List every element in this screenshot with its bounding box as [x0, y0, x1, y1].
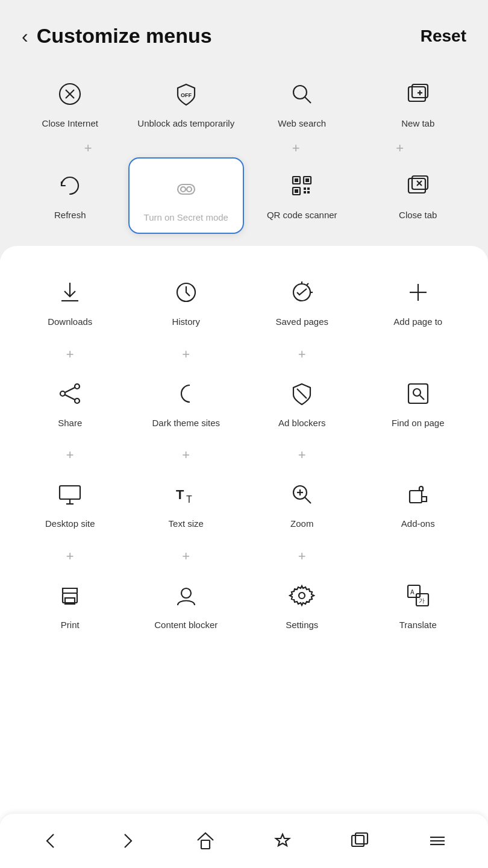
new-tab-icon: [401, 77, 436, 112]
add-ons-label: Add-ons: [401, 518, 435, 530]
svg-rect-22: [307, 191, 310, 193]
svg-rect-63: [201, 840, 210, 849]
bottom-row-2: Share Dark theme sites Ad blockers: [12, 365, 476, 440]
plus-3: +: [244, 140, 348, 156]
add-page-label: Add page to: [393, 316, 442, 328]
menu-item-secret-mode[interactable]: Turn on Secret mode: [128, 157, 245, 234]
svg-point-43: [413, 389, 421, 396]
menu-item-share[interactable]: Share: [12, 365, 128, 440]
plus-row-1: + + +: [12, 140, 476, 156]
menu-item-dark-theme[interactable]: Dark theme sites: [128, 365, 245, 440]
bottom-row-4: Print Content blocker Settings: [12, 567, 476, 642]
downloads-label: Downloads: [48, 316, 92, 328]
plus-b12-empty: [360, 547, 477, 566]
plus-b4-empty: [360, 345, 477, 364]
nav-back-button[interactable]: [33, 823, 69, 859]
menu-item-saved-pages[interactable]: Saved pages: [244, 264, 360, 339]
nav-spacer: [12, 647, 476, 702]
dark-theme-icon: [169, 376, 204, 411]
unblock-ads-label: Unblock ads temporarily: [137, 118, 234, 130]
print-label: Print: [61, 619, 80, 631]
svg-point-12: [187, 187, 192, 192]
menu-item-text-size[interactable]: T T Text size: [128, 466, 245, 541]
close-tab-icon: [401, 168, 436, 203]
menu-item-desktop-site[interactable]: Desktop site: [12, 466, 128, 541]
header: ‹ Customize menus Reset: [0, 0, 488, 60]
back-icon[interactable]: ‹: [22, 27, 28, 46]
menu-item-close-tab[interactable]: Close tab: [360, 157, 477, 234]
refresh-label: Refresh: [54, 209, 86, 221]
svg-line-41: [297, 389, 307, 398]
menu-item-translate[interactable]: A 가 Translate: [360, 567, 477, 642]
menu-item-content-blocker[interactable]: Content blocker: [128, 567, 245, 642]
svg-marker-64: [276, 834, 289, 846]
refresh-icon: [52, 168, 87, 203]
desktop-site-icon: [52, 477, 87, 512]
bottom-row-1: Downloads History: [12, 264, 476, 339]
menu-item-downloads[interactable]: Downloads: [12, 264, 128, 339]
plus-b10: +: [128, 547, 245, 566]
new-tab-label: New tab: [401, 118, 434, 130]
web-search-label: Web search: [278, 118, 326, 130]
svg-rect-42: [408, 384, 428, 403]
share-label: Share: [58, 417, 82, 429]
svg-line-32: [307, 283, 308, 285]
zoom-icon: [284, 477, 319, 512]
svg-rect-66: [355, 833, 368, 844]
menu-item-add-ons[interactable]: Add-ons: [360, 466, 477, 541]
svg-line-40: [65, 395, 75, 400]
web-search-icon: [284, 77, 319, 112]
top-section: Close Internet OFF Unblock ads temporari…: [0, 60, 488, 246]
desktop-site-label: Desktop site: [45, 518, 95, 530]
menu-item-zoom[interactable]: Zoom: [244, 466, 360, 541]
svg-point-36: [75, 384, 80, 389]
svg-text:T: T: [176, 487, 184, 502]
content-blocker-icon: [169, 578, 204, 613]
menu-item-print[interactable]: Print: [12, 567, 128, 642]
menu-item-web-search[interactable]: Web search: [244, 66, 360, 140]
menu-item-refresh[interactable]: Refresh: [12, 157, 128, 234]
svg-point-11: [181, 187, 186, 192]
history-label: History: [172, 316, 200, 328]
nav-home-button[interactable]: [187, 823, 224, 859]
downloads-icon: [52, 275, 87, 310]
plus-b2: +: [128, 345, 245, 364]
settings-icon: [284, 578, 319, 613]
bottom-row-3: Desktop site T T Text size Zoo: [12, 466, 476, 541]
settings-label: Settings: [286, 619, 318, 631]
menu-item-settings[interactable]: Settings: [244, 567, 360, 642]
menu-item-new-tab[interactable]: New tab: [360, 66, 477, 140]
nav-tabs-button[interactable]: [342, 823, 378, 859]
plus-row-b1: + + +: [12, 345, 476, 364]
nav-bookmarks-button[interactable]: [264, 823, 301, 859]
bottom-nav: [0, 814, 488, 868]
nav-forward-button[interactable]: [110, 823, 146, 859]
reset-button[interactable]: Reset: [421, 27, 466, 46]
close-tab-label: Close tab: [399, 209, 437, 221]
text-size-label: Text size: [169, 518, 204, 530]
menu-item-history[interactable]: History: [128, 264, 245, 339]
svg-rect-21: [304, 191, 306, 193]
secret-mode-icon: [169, 171, 204, 206]
plus-b6: +: [128, 445, 245, 465]
qr-code-label: QR code scanner: [267, 209, 337, 221]
plus-b9: +: [12, 547, 128, 566]
close-internet-label: Close Internet: [42, 118, 98, 130]
svg-point-38: [75, 398, 80, 403]
nav-menu-button[interactable]: [419, 823, 455, 859]
menu-item-close-internet[interactable]: Close Internet: [12, 66, 128, 140]
menu-item-qr-code[interactable]: QR code scanner: [244, 157, 360, 234]
menu-item-ad-blockers[interactable]: Ad blockers: [244, 365, 360, 440]
bottom-section: Downloads History: [0, 246, 488, 868]
menu-item-add-page[interactable]: Add page to: [360, 264, 477, 339]
svg-rect-65: [352, 835, 364, 846]
plus-1: +: [36, 140, 140, 156]
svg-rect-20: [307, 187, 310, 190]
menu-item-unblock-ads[interactable]: OFF Unblock ads temporarily: [128, 66, 245, 140]
svg-point-37: [60, 391, 65, 396]
svg-line-5: [305, 97, 311, 103]
svg-rect-16: [295, 178, 298, 182]
menu-item-find-on-page[interactable]: Find on page: [360, 365, 477, 440]
translate-icon: A 가: [401, 578, 436, 613]
svg-line-39: [65, 388, 75, 392]
